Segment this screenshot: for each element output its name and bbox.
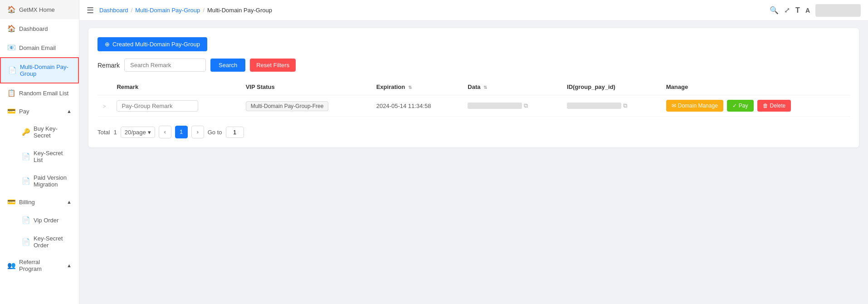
reset-filters-button[interactable]: Reset Filters	[250, 59, 296, 72]
billing-icon: 💳	[7, 198, 15, 206]
col-manage: Manage	[661, 79, 850, 95]
sidebar-item-label: Random Email List	[19, 90, 68, 97]
delete-button[interactable]: 🗑 Delete	[757, 100, 791, 112]
user-info[interactable]	[815, 4, 861, 17]
sidebar-section-billing[interactable]: 💳 Billing ▲	[0, 193, 79, 211]
id-copy-icon[interactable]: ⧉	[623, 102, 627, 109]
row-vip-status-cell: Multi-Domain Pay-Group-Free	[240, 95, 371, 117]
hamburger-icon[interactable]: ☰	[87, 5, 94, 15]
row-manage-cell: ✉ Domain Manage ✓ Pay 🗑	[661, 95, 850, 117]
dashboard-icon: 🏠	[7, 25, 15, 33]
vip-order-icon: 📄	[22, 216, 30, 224]
sidebar-item-dashboard[interactable]: 🏠 Dashboard	[0, 19, 79, 38]
expiration-sort-icon[interactable]: ⇅	[408, 85, 412, 90]
data-sort-icon[interactable]: ⇅	[483, 85, 487, 90]
delete-icon: 🗑	[763, 103, 768, 109]
billing-sub-menu: 📄 Vip Order 📄 Key-Secret Order	[0, 211, 79, 254]
domain-manage-button[interactable]: ✉ Domain Manage	[666, 100, 723, 112]
breadcrumb-sep-2: /	[203, 7, 205, 14]
data-placeholder	[468, 103, 522, 109]
data-copy-icon[interactable]: ⧉	[524, 102, 528, 109]
sidebar-item-label: Dashboard	[19, 25, 48, 32]
paid-version-icon: 📄	[22, 177, 30, 185]
pay-section-label: Pay	[19, 108, 29, 115]
breadcrumb-current: Multi-Domain Pay-Group	[207, 7, 272, 14]
remark-label: Remark	[98, 62, 120, 69]
per-page-value: 20/page	[125, 129, 146, 136]
sidebar-item-label: Buy Key-Secret	[34, 125, 72, 139]
breadcrumb-dashboard[interactable]: Dashboard	[99, 7, 128, 14]
referral-section-label: Referral Program	[19, 259, 63, 272]
goto-page-input[interactable]	[226, 127, 244, 138]
prev-page-button[interactable]: ‹	[159, 126, 171, 138]
next-page-button[interactable]: ›	[191, 126, 204, 138]
sidebar-item-getmx-home[interactable]: 🏠 GetMX Home	[0, 0, 79, 19]
row-expand-cell[interactable]: >	[98, 95, 111, 117]
sidebar-section-referral[interactable]: 👥 Referral Program ▲	[0, 254, 79, 277]
expand-icon[interactable]: >	[103, 103, 106, 109]
sidebar-item-label: Key-Secret List	[34, 150, 72, 163]
table-header-row: Remark VIP Status Expiration ⇅ Data ⇅ ID…	[98, 79, 850, 95]
id-bar: ⧉	[567, 102, 655, 109]
sidebar-item-label: Vip Order	[34, 217, 59, 224]
breadcrumb-multi-domain[interactable]: Multi-Domain Pay-Group	[135, 7, 200, 14]
sidebar-item-paid-version-migration[interactable]: 📄 Paid Version Migration	[15, 169, 79, 193]
create-icon: ⊕	[105, 41, 110, 48]
breadcrumb: Dashboard / Multi-Domain Pay-Group / Mul…	[99, 7, 764, 14]
action-buttons: ✉ Domain Manage ✓ Pay 🗑	[666, 100, 844, 112]
per-page-select[interactable]: 20/page ▾	[121, 127, 155, 138]
col-id: ID(group_pay_id)	[561, 79, 661, 95]
search-icon[interactable]: 🔍	[770, 6, 779, 15]
sidebar-section-pay[interactable]: 💳 Pay ▲	[0, 103, 79, 120]
total-label: Total	[98, 129, 110, 136]
page-1-button[interactable]: 1	[175, 126, 188, 138]
domain-email-icon: 📧	[7, 44, 15, 52]
row-id-cell: ⧉	[561, 95, 661, 117]
sidebar-item-vip-order[interactable]: 📄 Vip Order	[15, 211, 79, 230]
row-remark-input[interactable]	[117, 100, 198, 112]
key-secret-order-icon: 📄	[22, 238, 30, 246]
topbar: ☰ Dashboard / Multi-Domain Pay-Group / M…	[79, 0, 868, 21]
sidebar-item-buy-key-secret[interactable]: 🔑 Buy Key-Secret	[15, 120, 79, 144]
id-placeholder	[567, 103, 621, 109]
sidebar-item-key-secret-list[interactable]: 📄 Key-Secret List	[15, 144, 79, 169]
multi-domain-table: Remark VIP Status Expiration ⇅ Data ⇅ ID…	[98, 79, 850, 117]
data-bar: ⧉	[468, 102, 556, 109]
random-email-icon: 📋	[7, 89, 15, 97]
total-count: 1	[113, 129, 117, 136]
vip-status-badge: Multi-Domain Pay-Group-Free	[246, 101, 329, 111]
pay-arrow-icon: ▲	[67, 108, 72, 114]
pay-button[interactable]: ✓ Pay	[727, 100, 754, 112]
sidebar-item-label: Domain Email	[19, 44, 56, 51]
pay-label: Pay	[739, 103, 748, 109]
col-vip-status: VIP Status	[240, 79, 371, 95]
pagination: Total 1 20/page ▾ ‹ 1 › Go to	[98, 126, 850, 138]
remark-search-input[interactable]	[124, 59, 206, 72]
accessibility-icon[interactable]: A	[805, 7, 810, 14]
col-remark: Remark	[111, 79, 240, 95]
sidebar-item-label: Multi-Domain Pay-Group	[20, 64, 71, 77]
sidebar: 🏠 GetMX Home 🏠 Dashboard 📧 Domain Email …	[0, 0, 79, 304]
create-multi-domain-button[interactable]: ⊕ Created Multi-Domain Pay-Group	[98, 37, 207, 51]
col-expand	[98, 79, 111, 95]
col-data: Data ⇅	[462, 79, 561, 95]
filter-row: Remark Search Reset Filters	[98, 59, 850, 72]
buy-key-secret-icon: 🔑	[22, 128, 30, 136]
col-expiration: Expiration ⇅	[371, 79, 463, 95]
pay-icon: ✓	[732, 103, 737, 109]
sidebar-item-label: Paid Version Migration	[34, 174, 72, 188]
domain-manage-icon: ✉	[672, 103, 676, 109]
breadcrumb-sep-1: /	[131, 7, 133, 14]
sidebar-item-key-secret-order[interactable]: 📄 Key-Secret Order	[15, 230, 79, 254]
sidebar-item-multi-domain-pay-group[interactable]: 📄 Multi-Domain Pay-Group	[0, 57, 79, 83]
search-button[interactable]: Search	[210, 59, 245, 72]
sidebar-item-domain-email[interactable]: 📧 Domain Email	[0, 38, 79, 57]
goto-label: Go to	[208, 129, 222, 136]
billing-section-label: Billing	[19, 199, 35, 206]
row-data-cell: ⧉	[462, 95, 561, 117]
create-button-label: Created Multi-Domain Pay-Group	[112, 41, 200, 48]
text-icon[interactable]: T	[795, 6, 800, 15]
sidebar-item-random-email-list[interactable]: 📋 Random Email List	[0, 83, 79, 103]
delete-label: Delete	[770, 103, 786, 109]
fullscreen-icon[interactable]: ⤢	[784, 6, 790, 15]
